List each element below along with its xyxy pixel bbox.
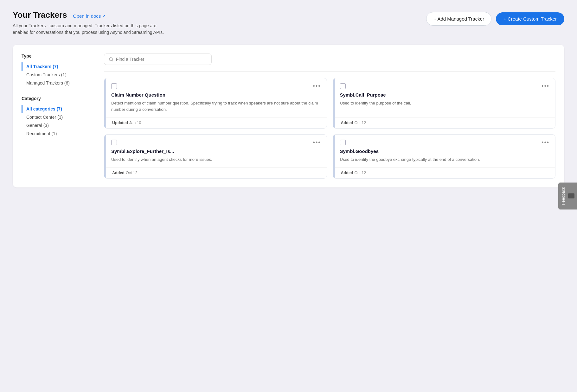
page-header: Your Trackers Open in docs All your Trac…: [13, 10, 564, 36]
tracker-date-value: Oct 12: [354, 171, 366, 175]
search-icon: [109, 57, 113, 62]
tracker-date-label: Added: [341, 171, 353, 175]
tracker-description: Detect mentions of claim number question…: [111, 100, 321, 113]
tracker-checkbox[interactable]: [340, 140, 346, 145]
tracker-footer: Added Oct 12: [333, 167, 555, 178]
trackers-grid: ••• Claim Number Question Detect mention…: [104, 78, 555, 179]
header-left: Your Trackers Open in docs All your Trac…: [13, 10, 165, 36]
tracker-menu-button[interactable]: •••: [542, 140, 549, 145]
tracker-footer: Updated Jan 10: [104, 117, 327, 128]
page-title: Your Trackers: [13, 10, 67, 20]
tracker-card-inner: ••• Symbl.Call_Purpose Used to identify …: [333, 78, 555, 117]
tracker-menu-button[interactable]: •••: [542, 83, 549, 89]
tracker-date-value: Oct 12: [354, 121, 366, 125]
add-managed-tracker-button[interactable]: + Add Managed Tracker: [426, 12, 491, 26]
tracker-checkbox[interactable]: [111, 83, 117, 89]
search-bar-container: [104, 54, 212, 65]
search-input[interactable]: [116, 57, 207, 62]
category-filter-section: Category All categories (7) Contact Cent…: [22, 96, 94, 138]
tracker-footer: Added Oct 12: [333, 117, 555, 128]
tracker-card-inner: ••• Claim Number Question Detect mention…: [104, 78, 327, 117]
tracker-description: Used to identify the goodbye exchange ty…: [340, 156, 550, 163]
tracker-name: Symbl.Goodbyes: [340, 149, 550, 154]
tracker-menu-button[interactable]: •••: [313, 140, 321, 145]
open-in-docs-link[interactable]: Open in docs: [73, 13, 106, 19]
tracker-date-label: Added: [112, 171, 125, 175]
tracker-card: ••• Symbl.Call_Purpose Used to identify …: [333, 78, 556, 129]
tracker-card-header: •••: [340, 83, 550, 89]
tracker-name: Claim Number Question: [111, 92, 321, 98]
type-section-title: Type: [22, 54, 94, 59]
sidebar-item-general[interactable]: General (3): [22, 121, 94, 130]
create-custom-tracker-button[interactable]: + Create Custom Tracker: [496, 12, 564, 25]
main-card: Type All Trackers (7) Custom Trackers (1…: [13, 45, 564, 187]
feedback-label: Feedback: [561, 187, 566, 205]
tracker-name: Symbl.Call_Purpose: [340, 92, 550, 98]
sidebar-item-all-categories[interactable]: All categories (7): [22, 105, 94, 113]
tracker-card-inner: ••• Symbl.Goodbyes Used to identify the …: [333, 135, 555, 167]
tracker-card-header: •••: [111, 83, 321, 89]
tracker-checkbox[interactable]: [111, 140, 117, 145]
tracker-footer: Added Oct 12: [104, 167, 327, 178]
type-filter-section: Type All Trackers (7) Custom Trackers (1…: [22, 54, 94, 87]
tracker-date-value: Jan 10: [129, 121, 141, 125]
search-divider: [104, 71, 555, 72]
tracker-card-header: •••: [111, 140, 321, 145]
tracker-card-accent-bar: [333, 135, 335, 178]
sidebar: Type All Trackers (7) Custom Trackers (1…: [22, 54, 94, 179]
tracker-date-label: Updated: [112, 121, 128, 125]
title-row: Your Trackers Open in docs: [13, 10, 165, 20]
sidebar-item-managed-trackers[interactable]: Managed Trackers (6): [22, 79, 94, 87]
tracker-description: Used to identify the purpose of the call…: [340, 100, 550, 113]
sidebar-item-custom-trackers[interactable]: Custom Trackers (1): [22, 71, 94, 79]
tracker-card: ••• Claim Number Question Detect mention…: [104, 78, 327, 129]
header-actions: + Add Managed Tracker + Create Custom Tr…: [426, 12, 564, 26]
tracker-card-header: •••: [340, 140, 550, 145]
tracker-menu-button[interactable]: •••: [313, 83, 321, 89]
tracker-card-accent-bar: [104, 135, 106, 178]
feedback-icon: [568, 193, 574, 199]
sidebar-item-recruitment[interactable]: Recruitment (1): [22, 130, 94, 138]
tracker-card-accent-bar: [333, 78, 335, 128]
tracker-card-accent-bar: [104, 78, 106, 128]
tracker-description: Used to identify when an agent checks fo…: [111, 156, 321, 163]
tracker-card-inner: ••• Symbl.Explore_Further_Is... Used to …: [104, 135, 327, 167]
sidebar-item-contact-center[interactable]: Contact Center (3): [22, 113, 94, 121]
sidebar-item-all-trackers[interactable]: All Trackers (7): [22, 62, 94, 71]
tracker-checkbox[interactable]: [340, 83, 346, 89]
tracker-card: ••• Symbl.Explore_Further_Is... Used to …: [104, 134, 327, 179]
svg-line-1: [112, 60, 113, 61]
tracker-name: Symbl.Explore_Further_Is...: [111, 149, 321, 154]
tracker-date-value: Oct 12: [126, 171, 138, 175]
tracker-card: ••• Symbl.Goodbyes Used to identify the …: [333, 134, 556, 179]
tracker-date-label: Added: [341, 121, 353, 125]
category-section-title: Category: [22, 96, 94, 101]
page-description: All your Trackers - custom and managed. …: [13, 22, 165, 36]
content-area: ••• Claim Number Question Detect mention…: [104, 54, 555, 179]
feedback-tab[interactable]: Feedback: [558, 182, 577, 209]
